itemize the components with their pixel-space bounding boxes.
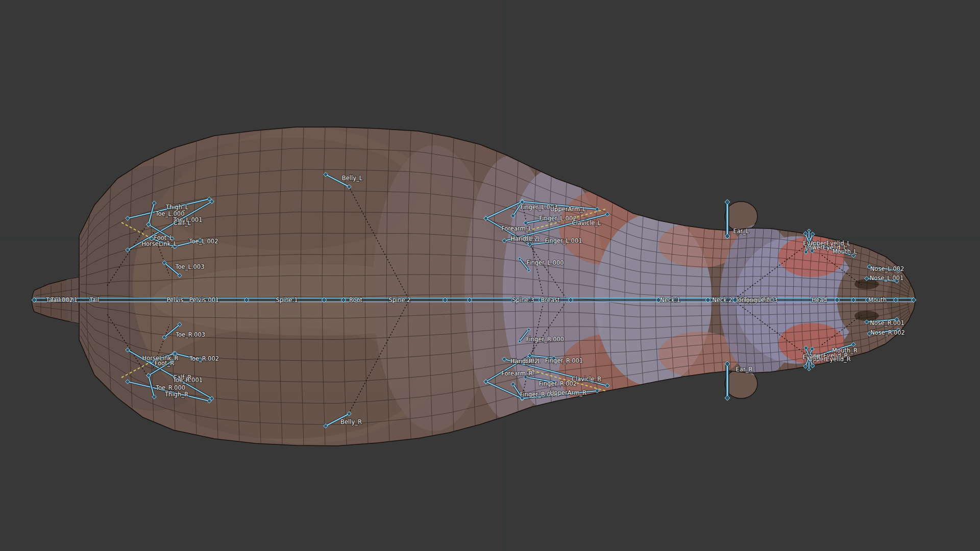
bone-label: Clavicle_L (572, 219, 601, 227)
bone-label: Spine.3 (512, 296, 534, 304)
bone-label: Neck.2 (712, 296, 732, 304)
bone-label: Nose_L.002 (870, 265, 904, 272)
bone-label: Spine.2 (388, 296, 410, 304)
bone-label: Finger_R.002 (539, 380, 577, 387)
bone-label: Toe_R.002 (189, 355, 219, 362)
bone-label: Thigh_R (164, 391, 188, 398)
bone-label: UpperArm_L (550, 206, 586, 213)
bone-label: Root (349, 296, 363, 304)
bone-label: Foot_R (155, 360, 175, 367)
blender-3d-viewport[interactable]: Tail.000Tail.001Tail.002TailPelvisPelvis… (0, 0, 980, 551)
bone-label: Neck.1 (660, 296, 680, 304)
bone-label: Calf_L (174, 219, 191, 227)
bone-label: Finger_L.002 (539, 215, 576, 222)
bone-label: Nose_R.001 (870, 319, 904, 327)
bone-label: Tongue.003 (743, 296, 778, 304)
bone-label: Toe_R.000 (155, 384, 185, 391)
hippo-mesh[interactable] (32, 127, 919, 446)
bone-label: Hand_L.2 (510, 235, 537, 242)
bone-label: HorseLink_L (141, 240, 177, 247)
bone-label: Head (812, 296, 827, 304)
viewport-canvas[interactable]: Tail.000Tail.001Tail.002TailPelvisPelvis… (0, 0, 980, 551)
bone-label: Ear_R (736, 366, 753, 373)
bone-label: Mouth (868, 296, 887, 304)
bone-label: Pelvis (167, 296, 184, 304)
bone-label: Forearm_L (501, 225, 532, 232)
bone-label: Finger_R.000 (526, 336, 564, 343)
bone-label: UpperArm_R (550, 389, 586, 396)
bone-label: Finger_L.000 (526, 259, 564, 266)
bone-label: Nose_R.002 (870, 329, 905, 336)
bone-label: Mouth_L (832, 248, 857, 255)
bone-label: Toe_R.003 (175, 331, 205, 338)
bone-label: Toe_L.003 (175, 263, 205, 270)
bone-label: Tail (89, 296, 100, 304)
bone-label: Tail.002 (50, 296, 73, 304)
bone-label: Spine.1 (276, 296, 298, 304)
bone-label: Finger_L.001 (545, 237, 582, 244)
bone-label: Breast (541, 296, 560, 304)
bone-label: Toe_R.001 (173, 377, 203, 384)
bone-label: Thigh_L (165, 204, 189, 211)
bone-label: Finger_R.001 (545, 357, 583, 364)
bone-label: Pelvis.001 (189, 296, 219, 304)
bone-label: Hand_R.2 (510, 358, 538, 365)
bone-label: Nose_L.001 (870, 274, 903, 282)
bone-label: Belly_L (342, 174, 363, 182)
bone-label: Forearm_R (501, 370, 532, 377)
bone-label: Toe_L.002 (189, 238, 218, 245)
bone-label: Ear_L (733, 228, 749, 235)
bone-label: Eye_R (803, 354, 821, 361)
bone-label: Belly_R (340, 418, 362, 425)
